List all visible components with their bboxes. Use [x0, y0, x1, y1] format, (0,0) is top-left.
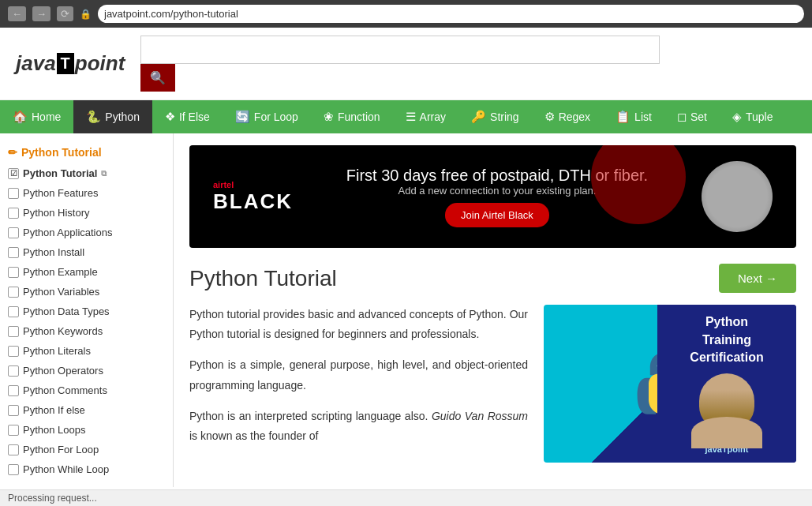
article-text: Python tutorial provides basic and advan… — [189, 305, 528, 463]
nav-array[interactable]: ☰ Array — [393, 100, 458, 133]
nav-ifelse[interactable]: ❖ If Else — [152, 100, 223, 133]
refresh-button[interactable]: ⟳ — [57, 6, 73, 21]
person-head — [699, 373, 754, 429]
sidebar-title: ✏ Python Tutorial — [0, 141, 173, 163]
cert-line-1: Python — [705, 313, 748, 331]
nav-home[interactable]: 🏠 Home — [0, 100, 73, 133]
bullet-icon — [8, 227, 19, 238]
search-input[interactable] — [140, 36, 660, 64]
ad-join-button[interactable]: Join Airtel Black — [445, 203, 549, 227]
article-body: Python tutorial provides basic and advan… — [189, 305, 796, 463]
nav-list[interactable]: 📋 List — [603, 100, 664, 133]
external-icon: ⧉ — [101, 169, 107, 178]
paragraph-2: Python is a simple, general purpose, hig… — [189, 355, 528, 395]
nav-regex[interactable]: ⚙ Regex — [532, 100, 603, 133]
training-image: Python Training Certification javaTpoint — [544, 305, 796, 463]
cert-line-2: Training — [702, 332, 751, 349]
sidebar-item-whileloop[interactable]: Python While Loop — [0, 459, 173, 479]
logo-java: java — [16, 51, 56, 76]
bullet-icon — [8, 444, 19, 455]
person-body — [691, 417, 762, 448]
regex-icon: ⚙ — [544, 110, 555, 124]
sidebar-item-comments[interactable]: Python Comments — [0, 380, 173, 400]
bullet-icon — [8, 306, 19, 317]
home-icon: 🏠 — [13, 110, 28, 124]
python-icon: 🐍 — [86, 110, 101, 124]
airtel-brand-sub: airtel — [213, 180, 293, 189]
main-content: airtel BLACK First 30 days free of postp… — [174, 133, 812, 487]
nav-set[interactable]: ◻ Set — [664, 100, 720, 133]
array-icon: ☰ — [406, 110, 416, 124]
bullet-icon — [8, 365, 19, 377]
search-bar-container: 🔍 — [140, 36, 693, 92]
bullet-icon: ☑ — [8, 168, 19, 179]
back-button[interactable]: ← — [8, 6, 26, 21]
sidebar-item-tutorial[interactable]: ☑ Python Tutorial ⧉ — [0, 163, 173, 183]
address-bar[interactable] — [98, 5, 804, 23]
ad-person-image — [702, 161, 773, 232]
nav-string[interactable]: 🔑 String — [458, 100, 532, 133]
nav-function[interactable]: ❀ Function — [311, 100, 393, 133]
set-icon: ◻ — [677, 110, 687, 124]
logo-t: T — [57, 53, 74, 74]
site-logo[interactable]: java T point — [16, 51, 125, 76]
pencil-icon: ✏ — [8, 146, 17, 159]
forward-button[interactable]: → — [32, 6, 51, 21]
sidebar-item-features[interactable]: Python Features — [0, 183, 173, 203]
ifelse-icon: ❖ — [165, 110, 175, 124]
sidebar-item-forloop[interactable]: Python For Loop — [0, 440, 173, 459]
nav-tuple[interactable]: ◈ Tuple — [720, 100, 786, 133]
bullet-icon — [8, 287, 19, 298]
ad-left: airtel BLACK — [213, 180, 293, 214]
function-icon: ❀ — [324, 110, 334, 124]
logo-point: point — [75, 51, 125, 76]
sidebar-item-literals[interactable]: Python Literals — [0, 341, 173, 361]
bullet-icon — [8, 425, 19, 436]
sidebar-item-install[interactable]: Python Install — [0, 242, 173, 262]
sidebar-item-loops[interactable]: Python Loops — [0, 420, 173, 440]
bullet-icon — [8, 326, 19, 337]
string-icon: 🔑 — [471, 110, 486, 124]
browser-chrome: ← → ⟳ 🔒 — [0, 0, 812, 28]
bullet-icon — [8, 208, 19, 219]
cert-text: Python Training Certification javaTpoint — [657, 305, 796, 463]
bullet-icon — [8, 188, 19, 199]
cert-line-3: Certification — [690, 349, 763, 366]
bullet-icon — [8, 267, 19, 278]
article-header: Python Tutorial Next → — [189, 264, 796, 293]
bullet-icon — [8, 464, 19, 475]
nav-python[interactable]: 🐍 Python — [73, 100, 152, 133]
bullet-icon — [8, 405, 19, 416]
forloop-icon: 🔄 — [235, 110, 250, 124]
sidebar-item-history[interactable]: Python History — [0, 203, 173, 223]
ad-banner: airtel BLACK First 30 days free of postp… — [189, 145, 796, 248]
search-button[interactable]: 🔍 — [140, 64, 175, 92]
paragraph-1: Python tutorial provides basic and advan… — [189, 305, 528, 344]
sidebar-item-keywords[interactable]: Python Keywords — [0, 321, 173, 341]
italic-guido: Guido Van Rossum — [432, 410, 528, 422]
airtel-brand-main: BLACK — [213, 189, 293, 213]
bullet-icon — [8, 247, 19, 258]
site-header: java T point 🔍 — [0, 28, 812, 100]
sidebar-item-example[interactable]: Python Example — [0, 262, 173, 282]
sidebar-item-ifelse[interactable]: Python If else — [0, 400, 173, 420]
airtel-logo: airtel BLACK — [213, 180, 293, 214]
list-icon: 📋 — [616, 110, 631, 124]
lock-icon: 🔒 — [80, 9, 92, 20]
nav-forloop[interactable]: 🔄 For Loop — [223, 100, 311, 133]
sidebar-item-operators[interactable]: Python Operators — [0, 361, 173, 380]
sidebar-item-applications[interactable]: Python Applications — [0, 223, 173, 242]
sidebar-item-datatypes[interactable]: Python Data Types — [0, 302, 173, 321]
content-wrapper: ✏ Python Tutorial ☑ Python Tutorial ⧉ Py… — [0, 133, 812, 487]
next-button[interactable]: Next → — [719, 264, 796, 293]
main-nav: 🏠 Home 🐍 Python ❖ If Else 🔄 For Loop ❀ F… — [0, 100, 812, 133]
sidebar: ✏ Python Tutorial ☑ Python Tutorial ⧉ Py… — [0, 133, 174, 487]
sidebar-item-variables[interactable]: Python Variables — [0, 282, 173, 302]
article-title: Python Tutorial — [189, 266, 337, 291]
paragraph-3: Python is an interpreted scripting langu… — [189, 407, 528, 446]
bullet-icon — [8, 346, 19, 357]
tuple-icon: ◈ — [732, 110, 742, 124]
bullet-icon — [8, 385, 19, 396]
